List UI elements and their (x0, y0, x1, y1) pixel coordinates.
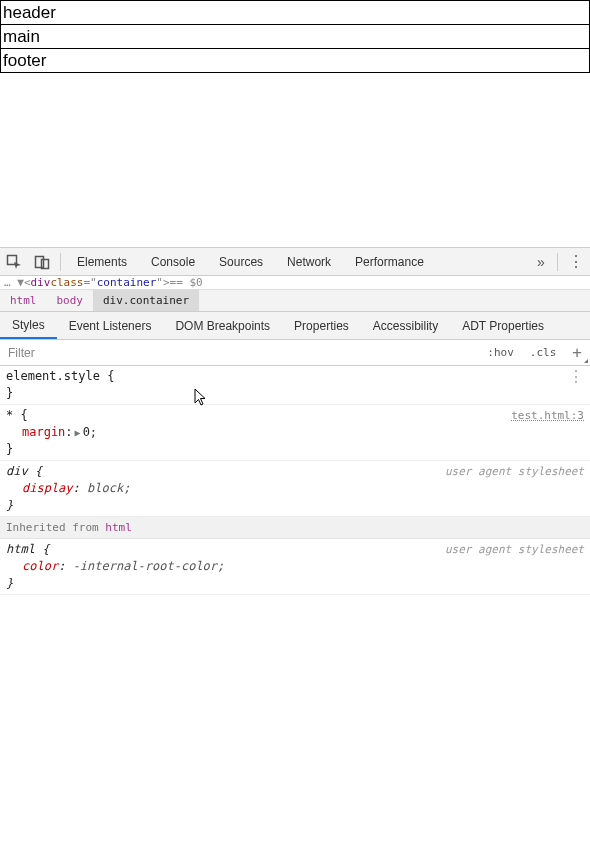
toolbar-divider (60, 253, 61, 271)
elements-tree-row[interactable]: … ▼ <div class="container"> == $0 (0, 276, 590, 290)
svg-rect-1 (36, 256, 44, 267)
cls-toggle[interactable]: .cls (522, 340, 565, 365)
devtools-panel: Elements Console Sources Network Perform… (0, 247, 590, 847)
rule-div-ua[interactable]: user agent stylesheet div { display: blo… (0, 461, 590, 517)
device-toolbar-icon[interactable] (28, 249, 56, 275)
rule-star[interactable]: test.html:3 * { margin:▶0; } (0, 405, 590, 461)
toolbar-divider (557, 253, 558, 271)
css-value: 0 (83, 425, 90, 439)
rule-selector: element.style (6, 369, 100, 383)
crumb-body[interactable]: body (47, 290, 94, 311)
rule-source-ua: user agent stylesheet (445, 541, 584, 558)
tab-console[interactable]: Console (139, 248, 207, 275)
elements-dollar0: == $0 (170, 276, 203, 289)
css-declaration[interactable]: color: -internal-root-color; (6, 558, 584, 575)
styles-pane: ⋮ element.style { } test.html:3 * { marg… (0, 366, 590, 595)
subtab-dom-breakpoints[interactable]: DOM Breakpoints (163, 312, 282, 339)
rule-selector: div (6, 464, 28, 478)
elements-attr: class (50, 276, 83, 289)
crumb-div-container[interactable]: div.container (93, 290, 199, 311)
rule-menu-icon[interactable]: ⋮ (568, 368, 584, 385)
subtab-adt-properties[interactable]: ADT Properties (450, 312, 556, 339)
css-property: color (22, 559, 58, 573)
tab-performance[interactable]: Performance (343, 248, 436, 275)
devtools-main-tabs: Elements Console Sources Network Perform… (65, 248, 529, 275)
css-declaration[interactable]: margin:▶0; (6, 424, 584, 441)
rule-source-ua: user agent stylesheet (445, 463, 584, 480)
devtools-toolbar: Elements Console Sources Network Perform… (0, 248, 590, 276)
css-value: block (87, 481, 123, 495)
subtab-accessibility[interactable]: Accessibility (361, 312, 450, 339)
page-row-header: header (1, 1, 589, 25)
breadcrumb: html body div.container (0, 290, 590, 312)
rule-html-ua[interactable]: user agent stylesheet html { color: -int… (0, 539, 590, 595)
crumb-html[interactable]: html (0, 290, 47, 311)
devtools-menu-icon[interactable]: ⋮ (562, 254, 590, 270)
tab-elements[interactable]: Elements (65, 248, 139, 275)
subtab-properties[interactable]: Properties (282, 312, 361, 339)
elements-val: container (97, 276, 157, 289)
hov-toggle[interactable]: :hov (479, 340, 522, 365)
styles-subtabs: Styles Event Listeners DOM Breakpoints P… (0, 312, 590, 340)
styles-filter-bar: :hov .cls + (0, 340, 590, 366)
rule-element-style[interactable]: ⋮ element.style { } (0, 366, 590, 405)
tab-sources[interactable]: Sources (207, 248, 275, 275)
elements-tag: div (31, 276, 51, 289)
inspect-element-icon[interactable] (0, 249, 28, 275)
styles-filter-input[interactable] (0, 340, 479, 365)
css-property: display (22, 481, 73, 495)
new-style-rule-button[interactable]: + (564, 340, 590, 365)
subtab-styles[interactable]: Styles (0, 312, 57, 339)
css-declaration[interactable]: display: block; (6, 480, 584, 497)
page-row-footer: footer (1, 49, 589, 72)
page-row-main: main (1, 25, 589, 49)
rule-selector: * (6, 408, 13, 422)
css-property: margin (22, 425, 65, 439)
css-value: -internal-root-color (73, 559, 218, 573)
page-content: header main footer (0, 0, 590, 73)
rule-source-link[interactable]: test.html:3 (511, 407, 584, 424)
elements-prefix: … ▼ (4, 276, 24, 289)
inherited-from-bar: Inherited from html (0, 517, 590, 539)
inherited-label: Inherited from (6, 521, 105, 534)
tabs-overflow-icon[interactable]: » (529, 254, 553, 270)
inherited-from-element[interactable]: html (105, 521, 132, 534)
subtab-event-listeners[interactable]: Event Listeners (57, 312, 164, 339)
tab-network[interactable]: Network (275, 248, 343, 275)
rule-selector: html (6, 542, 35, 556)
